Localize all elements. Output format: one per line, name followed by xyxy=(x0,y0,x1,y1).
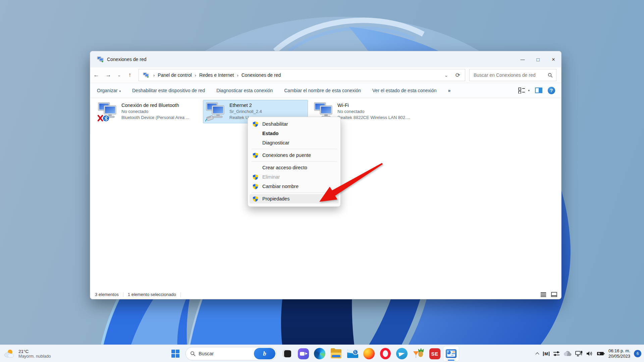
menu-item-diagnose[interactable]: Diagnosticar xyxy=(248,138,340,147)
battery-icon[interactable] xyxy=(597,351,605,356)
menu-item-create-shortcut[interactable]: Crear acceso directo xyxy=(248,163,340,172)
uac-shield-icon xyxy=(253,121,258,127)
status-bar: 3 elementos 1 elemento seleccionado xyxy=(90,290,561,299)
connection-name: Ethernet 2 xyxy=(229,103,262,108)
opera-button[interactable] xyxy=(378,346,393,361)
minimize-button[interactable]: — xyxy=(515,51,530,67)
search-icon xyxy=(548,73,553,78)
rename-connection-command[interactable]: Cambiar el nombre de esta conexión xyxy=(284,88,361,93)
refresh-button[interactable]: ⟳ xyxy=(455,72,460,79)
maximize-icon: □ xyxy=(536,57,539,62)
connection-status: No conectado xyxy=(337,109,410,115)
large-icons-view-button[interactable] xyxy=(551,292,557,297)
opera-icon xyxy=(380,348,391,359)
search-placeholder: Buscar en Conexiones de red xyxy=(474,72,535,78)
partly-cloudy-icon xyxy=(3,349,15,358)
chevron-down-icon[interactable]: ▾ xyxy=(528,89,530,92)
menu-item-status[interactable]: Estado xyxy=(248,129,340,138)
organize-menu-button[interactable]: Organizar▾ xyxy=(97,88,121,93)
change-view-button[interactable] xyxy=(518,87,525,94)
task-view-icon xyxy=(281,348,292,359)
search-icon xyxy=(190,351,196,356)
file-explorer-button[interactable] xyxy=(328,346,344,361)
bing-logo-icon: b xyxy=(263,350,266,357)
address-bar[interactable]: › Panel de control › Redes e Internet › … xyxy=(139,69,465,81)
chat-icon xyxy=(298,348,309,359)
menu-item-bridge-connections[interactable]: Conexiones de puente xyxy=(248,150,340,160)
help-button[interactable]: ? xyxy=(548,87,555,94)
menu-item-rename[interactable]: Cambiar nombre xyxy=(248,182,340,191)
taskbar-search[interactable]: Buscar b xyxy=(185,347,277,360)
clock[interactable]: 06:16 p. m. 20/05/2023 xyxy=(608,348,630,359)
breadcrumb-network-connections[interactable]: Conexiones de red xyxy=(241,72,281,78)
telegram-icon xyxy=(396,348,408,359)
menu-item-properties[interactable]: Propiedades xyxy=(250,194,339,203)
up-button[interactable]: ↑ xyxy=(124,72,136,78)
menu-separator xyxy=(251,192,337,193)
streamelements-button[interactable]: SE xyxy=(427,346,442,361)
preview-pane-button[interactable] xyxy=(535,87,542,93)
control-panel-active-button[interactable] xyxy=(443,346,459,361)
volume-icon[interactable] xyxy=(586,351,593,356)
toolbar-overflow-button[interactable]: » xyxy=(448,88,451,93)
firefox-button[interactable] xyxy=(361,346,377,361)
menu-separator xyxy=(251,149,337,149)
bluetooth-connection-icon xyxy=(97,102,119,122)
diagnose-connection-command[interactable]: Diagnosticar esta conexión xyxy=(216,88,273,93)
forward-button[interactable]: → xyxy=(102,72,114,78)
address-dropdown-button[interactable]: ⌄ xyxy=(444,73,448,78)
window-title: Conexiones de red xyxy=(107,57,147,62)
close-icon: ✕ xyxy=(552,57,555,62)
navigation-row: ← → ⌄ ↑ › Panel de control › Redes e Int… xyxy=(90,67,561,83)
recent-locations-button[interactable]: ⌄ xyxy=(114,73,124,77)
start-button[interactable] xyxy=(168,346,183,361)
uac-shield-icon xyxy=(253,153,258,158)
breadcrumb-network-internet[interactable]: Redes e Internet xyxy=(199,72,234,78)
mail-button[interactable]: 5 xyxy=(345,346,360,361)
handbrake-button[interactable] xyxy=(411,346,426,361)
handbrake-icon xyxy=(413,348,424,359)
uac-shield-icon xyxy=(253,196,258,202)
onedrive-icon[interactable] xyxy=(564,351,572,356)
address-location-icon xyxy=(143,72,149,78)
mail-badge: 5 xyxy=(353,349,358,355)
search-box[interactable]: Buscar en Conexiones de red xyxy=(469,69,556,81)
connection-name: Wi-Fi xyxy=(337,103,410,108)
disable-device-command[interactable]: Deshabilitar este dispositivo de red xyxy=(132,88,205,93)
show-hidden-icons-button[interactable] xyxy=(536,352,539,355)
weather-temperature: 21°C xyxy=(18,349,51,354)
forward-icon: → xyxy=(106,72,111,78)
command-bar: Organizar▾ Deshabilitar este dispositivo… xyxy=(90,83,561,98)
connection-tile-bluetooth[interactable]: Conexión de red Bluetooth No conectado B… xyxy=(95,100,200,123)
back-button[interactable]: ← xyxy=(90,72,102,78)
maximize-button[interactable]: □ xyxy=(530,51,546,67)
chat-button[interactable] xyxy=(296,346,311,361)
view-status-command[interactable]: Ver el estado de esta conexión xyxy=(372,88,436,93)
menu-item-delete[interactable]: Eliminar xyxy=(248,172,340,182)
task-view-button[interactable] xyxy=(279,346,294,361)
menu-separator xyxy=(251,161,337,162)
bing-chat-button[interactable]: b xyxy=(254,348,275,359)
details-view-button[interactable] xyxy=(540,292,546,297)
item-count: 3 elementos xyxy=(95,292,119,297)
notification-badge[interactable]: 6 xyxy=(634,350,641,357)
status-divider xyxy=(123,292,123,297)
edge-button[interactable] xyxy=(312,346,327,361)
selected-count: 1 elemento seleccionado xyxy=(128,292,176,297)
help-icon: ? xyxy=(550,88,553,93)
breadcrumb-separator: › xyxy=(192,73,199,78)
title-bar[interactable]: Conexiones de red — □ ✕ xyxy=(90,51,561,67)
up-icon: ↑ xyxy=(128,72,131,78)
telegram-button[interactable] xyxy=(394,346,410,361)
tray-app-icon[interactable]: M xyxy=(543,352,549,356)
breadcrumb-control-panel[interactable]: Panel de control xyxy=(158,72,192,78)
chevron-down-icon: ⌄ xyxy=(117,73,121,77)
tray-date: 20/05/2023 xyxy=(608,354,630,359)
connection-status: Sr_Grincholl_2.4 xyxy=(229,109,262,115)
network-tray-icon[interactable] xyxy=(575,351,583,357)
menu-item-disable[interactable]: Deshabilitar xyxy=(248,119,340,129)
close-button[interactable]: ✕ xyxy=(546,51,561,67)
equalizer-tray-icon[interactable] xyxy=(553,351,560,356)
weather-widget[interactable]: 21°C Mayorm. nublado xyxy=(3,345,51,362)
edge-icon xyxy=(314,348,325,359)
